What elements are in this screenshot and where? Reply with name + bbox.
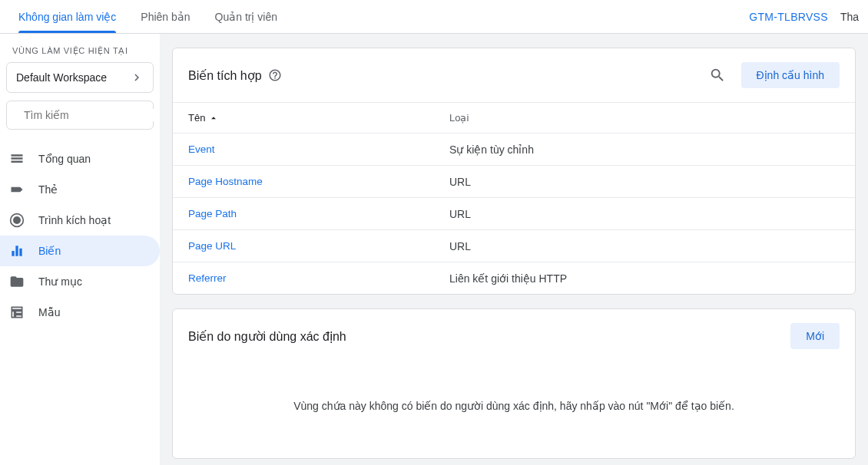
sort-asc-icon	[208, 113, 219, 124]
new-variable-button[interactable]: Mới	[790, 323, 840, 349]
search-icon	[709, 67, 726, 84]
sidebar-item-templates[interactable]: Mẫu	[0, 297, 160, 328]
table-row[interactable]: Page Hostname URL	[173, 165, 855, 197]
chevron-right-icon	[130, 71, 144, 84]
table-row[interactable]: Event Sự kiện tùy chỉnh	[173, 133, 855, 165]
builtin-search-button[interactable]	[704, 62, 731, 88]
variable-name-link[interactable]: Referrer	[188, 272, 449, 284]
sidebar-item-folders[interactable]: Thư mục	[0, 266, 160, 297]
table-row[interactable]: Referrer Liên kết giới thiệu HTTP	[173, 262, 855, 294]
card-title-text: Biến do người dùng xác định	[188, 329, 346, 344]
workspace-name: Default Workspace	[16, 71, 107, 84]
sidebar-item-label: Biến	[38, 245, 61, 257]
variable-type: URL	[449, 208, 840, 220]
template-icon	[9, 305, 25, 320]
sidebar-item-tags[interactable]: Thẻ	[0, 174, 160, 205]
sidebar-item-triggers[interactable]: Trình kích hoạt	[0, 205, 160, 236]
tag-icon	[9, 182, 25, 197]
container-id-link[interactable]: GTM-TLBRVSS	[749, 11, 828, 23]
top-extra-text: Tha	[840, 11, 859, 23]
variable-type: Liên kết giới thiệu HTTP	[449, 272, 840, 285]
userdef-variables-title: Biến do người dùng xác định	[188, 329, 346, 344]
variables-icon	[9, 243, 25, 259]
workspace-picker[interactable]: Default Workspace	[6, 62, 154, 93]
sidebar-item-label: Trình kích hoạt	[38, 214, 111, 226]
table-row[interactable]: Page Path URL	[173, 197, 855, 229]
variable-type: URL	[449, 240, 840, 252]
sidebar-search[interactable]	[6, 101, 154, 130]
variable-name-link[interactable]: Page Hostname	[188, 176, 449, 187]
folder-icon	[9, 274, 25, 289]
trigger-icon	[9, 213, 25, 228]
variable-name-link[interactable]: Page Path	[188, 208, 449, 219]
col-header-type[interactable]: Loại	[449, 112, 840, 124]
sidebar-item-label: Tổng quan	[38, 153, 91, 165]
tab-admin[interactable]: Quản trị viên	[203, 0, 290, 33]
variable-type: URL	[449, 176, 840, 188]
sidebar-item-overview[interactable]: Tổng quan	[0, 143, 160, 174]
svg-point-0	[13, 216, 21, 224]
variable-name-link[interactable]: Event	[188, 143, 449, 155]
sidebar-item-label: Thẻ	[38, 183, 58, 196]
help-icon[interactable]	[268, 68, 282, 82]
sidebar-item-label: Mẫu	[38, 306, 60, 318]
builtin-variables-card: Biến tích hợp Định cấu hình Tên Loại	[172, 48, 856, 295]
card-title-text: Biến tích hợp	[188, 68, 262, 83]
sidebar-item-variables[interactable]: Biến	[0, 236, 160, 266]
builtin-variables-title: Biến tích hợp	[188, 68, 282, 83]
col-header-name[interactable]: Tên	[188, 112, 449, 124]
variable-type: Sự kiện tùy chỉnh	[449, 143, 840, 156]
overview-icon	[9, 151, 25, 167]
sidebar-item-label: Thư mục	[38, 275, 82, 288]
table-row[interactable]: Page URL URL	[173, 229, 855, 262]
userdef-variables-card: Biến do người dùng xác định Mới Vùng chứ…	[172, 308, 856, 459]
tab-workspace[interactable]: Không gian làm việc	[6, 0, 128, 33]
userdef-empty-message: Vùng chứa này không có biến do người dùn…	[173, 363, 855, 458]
tab-versions[interactable]: Phiên bản	[128, 0, 202, 33]
workspace-section-label: VÙNG LÀM VIỆC HIỆN TẠI	[6, 43, 154, 62]
configure-button[interactable]: Định cấu hình	[741, 62, 840, 88]
search-input[interactable]	[24, 109, 158, 121]
variable-name-link[interactable]: Page URL	[188, 240, 449, 252]
